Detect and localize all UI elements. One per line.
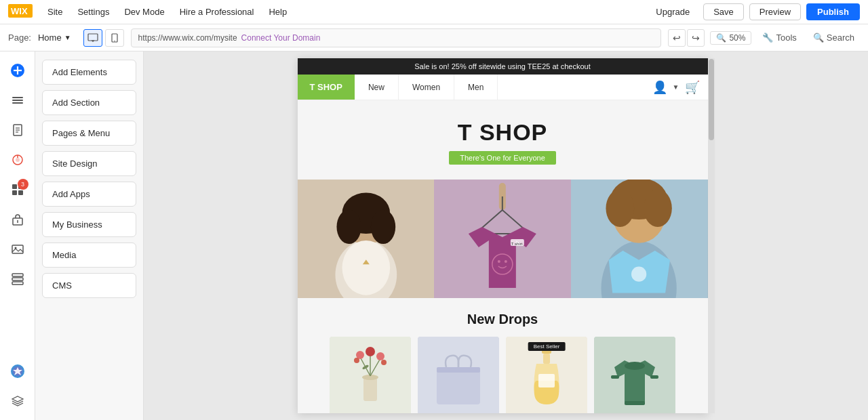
new-drops-title: New Drops: [309, 312, 697, 327]
sidebar-media-btn[interactable]: [4, 236, 31, 263]
nav-link-new[interactable]: New: [355, 75, 399, 100]
vertical-scrollbar[interactable]: [708, 58, 715, 413]
desktop-icon[interactable]: [83, 29, 102, 47]
product-card-4[interactable]: [594, 337, 675, 413]
svg-rect-11: [12, 100, 23, 101]
nav-site[interactable]: Site: [41, 4, 69, 20]
nav-hire[interactable]: Hire a Professional: [173, 4, 261, 20]
chevron-account-icon: ▼: [673, 83, 679, 91]
nav-link-women[interactable]: Women: [399, 75, 454, 100]
sidebar-ai-btn[interactable]: [4, 358, 31, 385]
site-announcement-bar: Sale is on! 25% off sitewide using TEE25…: [298, 58, 708, 75]
svg-point-55: [631, 267, 646, 282]
media-button[interactable]: Media: [42, 243, 136, 268]
products-grid: Best Seller: [309, 337, 697, 413]
url-text: https://www.wix.com/mysite: [138, 33, 237, 43]
svg-point-46: [505, 260, 507, 263]
svg-rect-22: [12, 190, 17, 195]
announcement-text: Sale is on! 25% off sitewide using TEE25…: [414, 62, 590, 70]
save-button[interactable]: Save: [703, 3, 744, 20]
nav-link-men[interactable]: Men: [454, 75, 498, 100]
wix-logo[interactable]: WIX: [8, 4, 33, 20]
address-bar-controls: ↩ ↪ 🔍 50% 🔧 Tools 🔍 Search: [668, 29, 860, 47]
svg-point-40: [342, 240, 390, 295]
search-button[interactable]: 🔍 Search: [808, 30, 860, 45]
upgrade-button[interactable]: Upgrade: [648, 4, 698, 20]
image-gallery: T shirt: [298, 180, 708, 298]
product-card-1[interactable]: [330, 337, 411, 413]
chevron-down-icon: ▼: [64, 34, 71, 41]
person-right-image: [571, 180, 708, 298]
nav-devmode[interactable]: Dev Mode: [117, 4, 171, 20]
site-nav-links: New Women Men: [355, 75, 498, 100]
product-card-3[interactable]: Best Seller: [506, 337, 587, 413]
page-select[interactable]: Home ▼: [38, 33, 71, 43]
svg-point-66: [381, 360, 387, 365]
search-label: Search: [827, 33, 854, 43]
connect-domain-link[interactable]: Connect Your Domain: [241, 33, 321, 43]
site-nav: T SHOP New Women Men 👤 ▼ 🛒: [298, 75, 708, 100]
sidebar-cms-btn[interactable]: [4, 266, 31, 293]
pages-menu-button[interactable]: Pages & Menu: [42, 121, 136, 146]
account-icon[interactable]: 👤: [652, 80, 667, 95]
publish-button[interactable]: Publish: [806, 3, 860, 20]
svg-rect-70: [437, 367, 480, 373]
sidebar-add-btn[interactable]: [4, 57, 31, 84]
sidebar-pages-btn[interactable]: [4, 117, 31, 144]
main-layout: 3: [0, 51, 868, 420]
address-bar: Page: Home ▼ https://www.wix.com/mysite …: [0, 24, 868, 51]
svg-point-18: [16, 158, 20, 162]
undo-button[interactable]: ↩: [668, 29, 686, 47]
svg-rect-74: [538, 374, 555, 387]
svg-rect-2: [88, 34, 98, 41]
new-drops-section: New Drops: [298, 298, 708, 413]
site-preview: Sale is on! 25% off sitewide using TEE25…: [298, 58, 708, 413]
add-section-button[interactable]: Add Section: [42, 90, 136, 115]
svg-point-53: [606, 189, 634, 227]
zoom-control[interactable]: 🔍 50%: [710, 31, 751, 45]
svg-text:T shirt: T shirt: [511, 242, 523, 246]
svg-point-39: [370, 210, 395, 244]
tools-button[interactable]: 🔧 Tools: [757, 30, 802, 45]
top-navbar: WIX Site Settings Dev Mode Hire a Profes…: [0, 0, 868, 24]
site-logo-text: T SHOP: [310, 82, 342, 92]
top-nav-links: Site Settings Dev Mode Hire a Profession…: [41, 4, 294, 20]
svg-text:WIX: WIX: [11, 6, 28, 16]
url-bar[interactable]: https://www.wix.com/mysite Connect Your …: [131, 28, 662, 47]
mobile-icon[interactable]: [105, 29, 124, 47]
device-icons: [83, 29, 124, 47]
preview-button[interactable]: Preview: [749, 3, 801, 20]
svg-rect-78: [611, 375, 619, 379]
nav-help[interactable]: Help: [262, 4, 294, 20]
redo-button[interactable]: ↪: [687, 29, 705, 47]
nav-settings[interactable]: Settings: [71, 4, 116, 20]
canvas-area: Sale is on! 25% off sitewide using TEE25…: [144, 51, 868, 420]
tools-icon: 🔧: [762, 33, 773, 43]
sidebar-apps-btn[interactable]: 3: [4, 176, 31, 203]
search-icon: 🔍: [813, 33, 824, 43]
add-apps-button[interactable]: Add Apps: [42, 182, 136, 207]
svg-rect-23: [18, 190, 23, 195]
hero-subtitle-badge: There's One for Everyone: [449, 151, 556, 165]
svg-rect-12: [12, 102, 23, 104]
sidebar-design-btn[interactable]: [4, 146, 31, 173]
cms-button[interactable]: CMS: [42, 273, 136, 298]
site-nav-right: 👤 ▼ 🛒: [652, 80, 708, 95]
add-elements-button[interactable]: Add Elements: [42, 60, 136, 85]
scrollbar-thumb[interactable]: [709, 59, 714, 140]
cart-icon[interactable]: 🛒: [685, 80, 700, 95]
zoom-level: 50%: [729, 33, 745, 43]
svg-rect-79: [650, 375, 658, 379]
product-card-2[interactable]: [418, 337, 499, 413]
page-label: Page:: [8, 33, 31, 43]
sidebar-layers-bottom-btn[interactable]: [4, 387, 31, 415]
svg-rect-20: [12, 184, 17, 189]
site-design-button[interactable]: Site Design: [42, 151, 136, 176]
best-seller-badge: Best Seller: [528, 342, 566, 351]
hero-title: T SHOP: [311, 119, 694, 146]
svg-point-76: [625, 362, 645, 370]
sidebar-layers-btn[interactable]: [4, 87, 31, 114]
my-business-button[interactable]: My Business: [42, 212, 136, 237]
sidebar-business-btn[interactable]: [4, 206, 31, 233]
tools-label: Tools: [776, 33, 796, 43]
